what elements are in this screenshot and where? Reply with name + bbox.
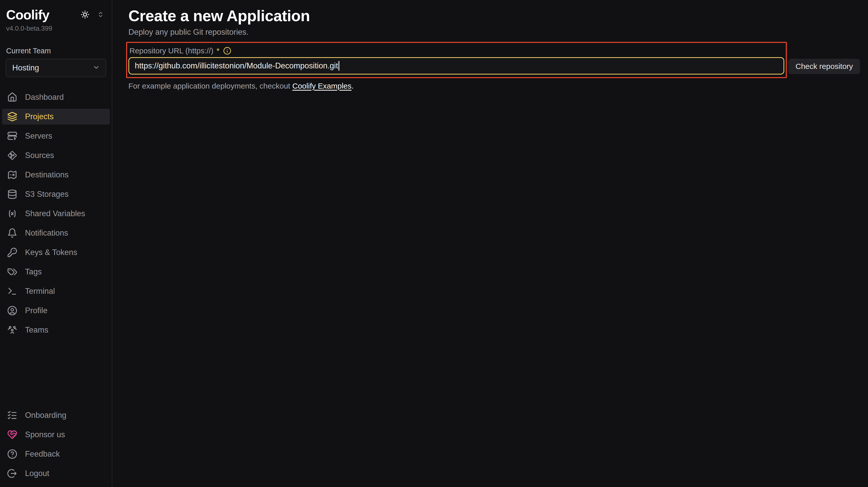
helper-prefix: For example application deployments, che… (128, 82, 292, 90)
sidebar-item-servers[interactable]: Servers (2, 128, 110, 144)
sidebar-item-label: Projects (25, 112, 54, 121)
app-version: v4.0.0-beta.399 (2, 23, 110, 32)
check-repository-button[interactable]: Check repository (788, 59, 860, 74)
team-select[interactable]: Hosting (6, 59, 106, 77)
heart-handshake-icon (7, 429, 18, 440)
team-select-value: Hosting (12, 63, 39, 72)
sidebar-footer-nav: Onboarding Sponsor us Feedback (2, 408, 110, 485)
sidebar-item-label: Sources (25, 151, 54, 160)
repository-url-input[interactable]: https://github.com/illicitestonion/Modul… (128, 57, 784, 74)
app-logo: Coolify (6, 7, 49, 23)
text-caret (339, 61, 339, 71)
sidebar-item-keys-tokens[interactable]: Keys & Tokens (2, 245, 110, 260)
sidebar-item-label: Tags (25, 267, 41, 277)
info-icon[interactable] (223, 47, 231, 55)
home-icon (7, 92, 18, 102)
sidebar-item-sponsor-us[interactable]: Sponsor us (2, 427, 110, 443)
database-icon (7, 189, 18, 199)
sidebar-item-label: S3 Storages (25, 190, 69, 199)
sidebar-item-projects[interactable]: Projects (2, 109, 110, 125)
key-icon (7, 247, 18, 258)
sidebar-item-label: Shared Variables (25, 209, 85, 218)
attention-highlight-box: Repository URL (https://) * https://gith… (126, 42, 787, 78)
checklist-icon (7, 410, 18, 420)
sidebar-item-label: Servers (25, 131, 52, 141)
sidebar-item-profile[interactable]: Profile (2, 303, 110, 319)
page-subtitle: Deploy any public Git repositories. (128, 27, 868, 37)
sidebar-item-label: Feedback (25, 450, 60, 459)
sidebar-item-onboarding[interactable]: Onboarding (2, 408, 110, 423)
repository-url-value: https://github.com/illicitestonion/Modul… (135, 61, 338, 70)
map-icon (7, 170, 18, 180)
theme-toggle-button[interactable] (80, 10, 90, 20)
sidebar-nav: Dashboard Projects Server (2, 89, 110, 342)
sidebar-item-label: Profile (25, 306, 48, 315)
chevrons-up-down-icon (96, 10, 105, 20)
sidebar-item-label: Notifications (25, 228, 68, 238)
sidebar: Coolify v4.0.0-beta.399 Current Te (0, 0, 112, 487)
sidebar-item-label: Sponsor us (25, 430, 65, 439)
layers-icon (7, 111, 18, 122)
sun-icon (80, 10, 90, 20)
braces-x-icon (7, 208, 18, 219)
page-title: Create a new Application (128, 7, 868, 25)
help-circle-icon (7, 449, 18, 459)
bell-icon (7, 228, 18, 238)
logout-icon (7, 468, 18, 479)
required-asterisk: * (216, 46, 220, 55)
helper-text: For example application deployments, che… (128, 82, 868, 90)
sidebar-item-dashboard[interactable]: Dashboard (2, 89, 110, 105)
coolify-examples-link[interactable]: Coolify Examples (292, 82, 351, 90)
sidebar-item-label: Keys & Tokens (25, 248, 77, 257)
sidebar-item-notifications[interactable]: Notifications (2, 225, 110, 241)
user-circle-icon (7, 305, 18, 316)
sidebar-item-label: Teams (25, 325, 48, 335)
sidebar-item-label: Destinations (25, 170, 69, 180)
sidebar-item-terminal[interactable]: Terminal (2, 283, 110, 299)
sidebar-item-logout[interactable]: Logout (2, 465, 110, 481)
tags-icon (7, 267, 18, 277)
git-diamond-icon (7, 150, 18, 161)
server-icon (7, 131, 18, 141)
main-content: Create a new Application Deploy any publ… (112, 0, 868, 487)
sidebar-item-label: Onboarding (25, 411, 66, 420)
sidebar-item-teams[interactable]: Teams (2, 322, 110, 338)
sidebar-item-destinations[interactable]: Destinations (2, 167, 110, 183)
sidebar-item-shared-variables[interactable]: Shared Variables (2, 206, 110, 222)
sidebar-item-feedback[interactable]: Feedback (2, 446, 110, 462)
sidebar-item-label: Terminal (25, 287, 55, 296)
repository-url-label: Repository URL (https://) (129, 46, 213, 55)
sidebar-item-tags[interactable]: Tags (2, 264, 110, 280)
sidebar-header: Coolify (2, 7, 110, 23)
sidebar-item-label: Dashboard (25, 93, 64, 102)
repository-form-row: Repository URL (https://) * https://gith… (126, 42, 868, 78)
current-team-label: Current Team (2, 32, 110, 55)
sidebar-item-s3-storages[interactable]: S3 Storages (2, 186, 110, 202)
sidebar-collapse-button[interactable] (96, 10, 105, 20)
sidebar-item-sources[interactable]: Sources (2, 148, 110, 163)
chevron-down-icon (92, 64, 100, 72)
terminal-icon (7, 286, 18, 296)
helper-suffix: . (351, 82, 353, 90)
sidebar-item-label: Logout (25, 469, 49, 478)
repository-url-label-row: Repository URL (https://) * (129, 46, 784, 55)
users-icon (7, 325, 18, 335)
